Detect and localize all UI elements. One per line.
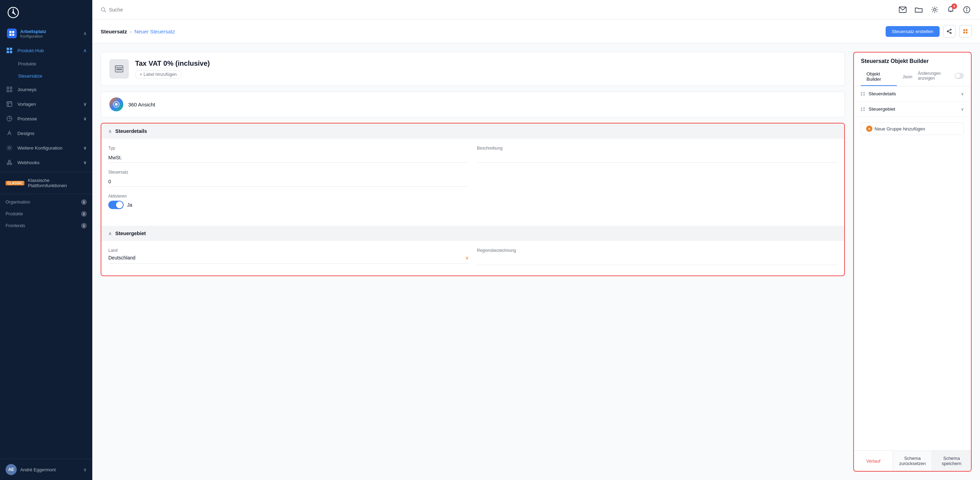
create-steuersatz-button[interactable]: Steuersatz erstellen xyxy=(886,26,940,37)
sidebar-workspace[interactable]: Arbeitsplatz Konfiguration ∧ xyxy=(0,25,92,42)
produkte-info-icon: i xyxy=(81,211,87,217)
panel-section-steuergebiet[interactable]: Steuergebiet ∨ xyxy=(854,101,971,117)
design-icon xyxy=(6,129,13,137)
sidebar-item-vorlagen[interactable]: Vorlagen ∨ xyxy=(0,97,92,111)
prozesse-chevron: ∨ xyxy=(83,116,87,121)
sidebar-footer-produkte[interactable]: Produkte i xyxy=(0,208,92,220)
sidebar-item-produkte[interactable]: Produkte xyxy=(0,58,92,70)
add-label-button[interactable]: + Label hinzufügen xyxy=(135,70,181,79)
svg-rect-39 xyxy=(963,29,965,31)
beschreibung-input[interactable] xyxy=(477,153,838,163)
breadcrumb: Steuersatz › Neuer Steuersatz xyxy=(101,29,175,35)
webhooks-chevron: ∨ xyxy=(83,160,87,165)
new-group-plus-icon: + xyxy=(866,125,872,132)
svg-point-36 xyxy=(947,31,948,32)
steuergebiet-fields: Land Deutschland ∨ Regionsbezeichnung xyxy=(101,241,844,276)
search-input[interactable] xyxy=(109,7,179,13)
frontends-label: Frontends xyxy=(6,223,25,228)
svg-point-33 xyxy=(966,8,967,9)
svg-rect-6 xyxy=(6,48,9,50)
search-icon xyxy=(101,7,106,13)
sidebar-classic-item[interactable]: CLASSIC Klassische Plattformfunktionen xyxy=(0,174,92,192)
process-icon xyxy=(6,115,13,122)
regionsbezeichnung-group: Regionsbezeichnung xyxy=(477,248,838,265)
sidebar-item-prozesse[interactable]: Prozesse ∨ xyxy=(0,111,92,126)
svg-rect-45 xyxy=(117,69,118,70)
svg-rect-41 xyxy=(963,32,965,33)
organisation-label: Organisation xyxy=(6,200,30,204)
svg-rect-9 xyxy=(10,51,12,53)
breadcrumb-current[interactable]: Neuer Steuersatz xyxy=(134,29,175,35)
svg-rect-4 xyxy=(10,34,11,36)
aktivieren-toggle[interactable] xyxy=(108,201,124,209)
user-chevron: ∨ xyxy=(83,467,87,472)
tab-objekt-builder[interactable]: Objekt Builder xyxy=(861,68,897,86)
steuergebiet-section-header[interactable]: ∧ Steuergebiet xyxy=(101,226,844,241)
sidebar-item-designs[interactable]: Designs xyxy=(0,126,92,141)
gear-icon[interactable] xyxy=(930,5,940,14)
typ-input[interactable] xyxy=(108,153,469,163)
form-area: Tax VAT 0% (inclusive) + Label hinzufüge… xyxy=(92,43,853,480)
sidebar-item-label-prozesse: Prozesse xyxy=(18,116,37,121)
regionsbezeichnung-input[interactable] xyxy=(477,255,838,265)
share-button[interactable] xyxy=(943,25,956,38)
typ-group: Typ xyxy=(108,146,469,163)
sidebar-footer-frontends[interactable]: Frontends i xyxy=(0,220,92,232)
svg-line-24 xyxy=(10,162,11,163)
sidebar-item-label-weitere: Weitere Konfiguration xyxy=(18,146,63,150)
panel-section-steuerdetails[interactable]: Steuerdetails ∨ xyxy=(854,86,971,101)
steuergebiet-panel-chevron: ∨ xyxy=(961,107,964,112)
sidebar-divider xyxy=(0,172,92,172)
toggle-label: Ja xyxy=(127,202,132,208)
sidebar-item-steuersaetze[interactable]: Steuersätze xyxy=(0,70,92,82)
sidebar-item-label-webhooks: Webhooks xyxy=(18,160,40,165)
sidebar-logo xyxy=(0,0,92,25)
aktivieren-group: Aktivieren Ja xyxy=(108,194,837,209)
sidebar-footer-organisation[interactable]: Organisation i xyxy=(0,196,92,208)
land-label: Land xyxy=(108,248,469,253)
frontends-info-icon: i xyxy=(81,223,87,228)
classic-label: Klassische Plattformfunktionen xyxy=(28,178,87,188)
steuergebiet-chevron: ∧ xyxy=(108,231,112,236)
toggle-container: Ja xyxy=(108,201,837,209)
verlauf-button[interactable]: Verlauf xyxy=(854,453,892,469)
steuerdetails-section-header[interactable]: ∧ Steuerdetails xyxy=(101,124,844,139)
aenderungen-toggle[interactable] xyxy=(955,73,964,79)
panel-section-title-steuerdetails: Steuerdetails xyxy=(869,91,896,97)
sidebar-user[interactable]: AE André Eggermont ∨ xyxy=(0,459,92,480)
svg-rect-8 xyxy=(6,51,9,53)
svg-line-27 xyxy=(105,11,106,12)
sidebar-item-webhooks[interactable]: Webhooks ∨ xyxy=(0,155,92,170)
sidebar-item-weitere-konfiguration[interactable]: Weitere Konfiguration ∨ xyxy=(0,141,92,155)
sidebar-item-produkt-hub[interactable]: Produkt-Hub ∧ xyxy=(0,43,92,58)
sidebar-nav: Produkt-Hub ∧ Produkte Steuersätze xyxy=(0,43,92,170)
user-name: André Eggermont xyxy=(20,467,56,472)
folder-icon[interactable] xyxy=(914,5,924,14)
land-value: Deutschland xyxy=(108,255,135,260)
produkt-hub-chevron: ∧ xyxy=(83,48,87,53)
sidebar-item-label-vorlagen: Vorlagen xyxy=(18,101,36,107)
drag-handle-steuerdetails xyxy=(861,92,865,96)
svg-point-48 xyxy=(115,103,118,106)
mail-icon[interactable] xyxy=(898,5,908,14)
grid-view-button[interactable] xyxy=(959,25,972,38)
land-select[interactable]: Deutschland ∨ xyxy=(108,255,469,264)
sidebar-item-journeys[interactable]: Journeys xyxy=(0,82,92,97)
info-icon[interactable] xyxy=(962,5,972,14)
organisation-info-icon: i xyxy=(81,199,87,205)
beschreibung-label: Beschreibung xyxy=(477,146,838,150)
steuersatz-input[interactable] xyxy=(108,177,469,187)
schema-reset-button[interactable]: Schema zurücksetzen xyxy=(892,451,932,471)
bell-icon[interactable]: 8 xyxy=(946,5,956,14)
panel-toggle-knob xyxy=(955,73,960,78)
toggle-knob xyxy=(116,201,123,208)
steuerdetails-title: Steuerdetails xyxy=(115,128,147,134)
schema-save-button[interactable]: Schema speichern xyxy=(932,451,971,471)
steuerdetails-fields: Typ Beschreibung Steuersatz xyxy=(101,139,844,223)
object-builder-panel: Steuersatz Objekt Builder Objekt Builder… xyxy=(853,52,972,472)
svg-rect-3 xyxy=(12,31,14,33)
svg-point-34 xyxy=(950,29,951,30)
new-group-button[interactable]: + Neue Gruppe hinzufügen xyxy=(861,122,964,135)
svg-point-1 xyxy=(12,11,14,14)
tab-json[interactable]: Json xyxy=(897,71,918,84)
